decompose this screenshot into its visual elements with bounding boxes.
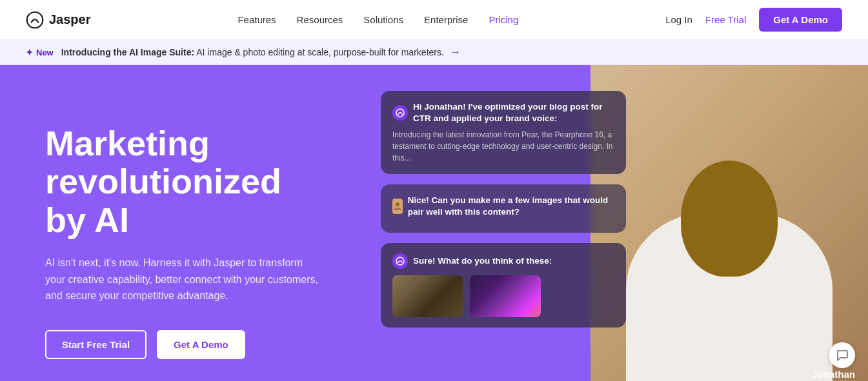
user-icon	[392, 201, 403, 211]
jasper-avatar-3	[392, 253, 408, 269]
nav-features[interactable]: Features	[237, 14, 276, 25]
hero-section: Marketing revolutionized by AI AI isn't …	[0, 65, 868, 381]
announcement-new-badge: ✦ New	[26, 48, 54, 57]
person-name-tag: Jonathan Growth Marketer	[792, 367, 855, 381]
nav-enterprise[interactable]: Enterprise	[424, 14, 468, 25]
nav-resources[interactable]: Resources	[297, 14, 343, 25]
chat-bubble-1-header: Hi Jonathan! I've optimized your blog po…	[392, 101, 614, 124]
login-link[interactable]: Log In	[665, 14, 692, 25]
announcement-arrow: →	[450, 46, 461, 57]
chat-bubble-2-header: Nice! Can you make me a few images that …	[392, 195, 614, 217]
jasper-icon-3	[396, 257, 405, 266]
jasper-avatar-1	[392, 105, 408, 121]
chat-widget-button[interactable]	[829, 342, 855, 368]
chat-bubble-3-title: Sure! What do you think of these:	[413, 255, 552, 267]
hero-right: Hi Jonathan! I've optimized your blog po…	[361, 65, 868, 381]
chat-bubble-1: Hi Jonathan! I've optimized your blog po…	[381, 91, 626, 174]
chat-bubble-2-body: Nice! Can you make me a few images that …	[408, 195, 614, 217]
chat-thumbnail-2	[470, 275, 541, 317]
jasper-icon-1	[396, 108, 405, 117]
nav-links: Features Resources Solutions Enterprise …	[237, 14, 518, 26]
chat-thumbnail-1	[392, 275, 463, 317]
nav-solutions[interactable]: Solutions	[363, 14, 403, 25]
star-icon: ✦	[26, 48, 33, 57]
chat-bubble-3-header: Sure! What do you think of these:	[392, 253, 614, 269]
svg-point-2	[396, 202, 399, 206]
chat-bubble-3: Sure! What do you think of these:	[381, 243, 626, 327]
hero-buttons: Start Free Trial Get A Demo	[45, 330, 323, 359]
nav-actions: Log In Free Trial Get A Demo	[665, 8, 842, 32]
get-demo-button[interactable]: Get A Demo	[759, 8, 842, 32]
chat-bubble-1-title: Hi Jonathan! I've optimized your blog po…	[413, 101, 614, 124]
navbar: Jasper Features Resources Solutions Ente…	[0, 0, 868, 40]
person-image: Jonathan Growth Marketer	[590, 65, 868, 381]
chat-image-thumbnails	[392, 275, 614, 317]
announcement-bar[interactable]: ✦ New Introducing the AI Image Suite: AI…	[0, 40, 868, 65]
announcement-text: Introducing the AI Image Suite: AI image…	[61, 46, 461, 58]
hero-subtitle: AI isn't next, it's now. Harness it with…	[45, 255, 323, 304]
hero-title: Marketing revolutionized by AI	[45, 124, 323, 239]
chat-container: Hi Jonathan! I've optimized your blog po…	[381, 91, 626, 327]
free-trial-link[interactable]: Free Trial	[705, 14, 746, 25]
hero-get-demo-button[interactable]: Get A Demo	[157, 330, 245, 359]
hero-left: Marketing revolutionized by AI AI isn't …	[0, 65, 361, 381]
chat-bubble-1-body: Introducing the latest innovation from P…	[392, 129, 614, 164]
jasper-logo-icon	[26, 11, 44, 29]
chat-widget-icon	[836, 349, 849, 362]
logo[interactable]: Jasper	[26, 11, 91, 29]
nav-pricing[interactable]: Pricing	[489, 14, 518, 25]
person-head	[681, 161, 778, 277]
start-free-trial-button[interactable]: Start Free Trial	[45, 330, 146, 359]
chat-bubble-2: Nice! Can you make me a few images that …	[381, 184, 626, 233]
user-avatar	[392, 199, 403, 214]
